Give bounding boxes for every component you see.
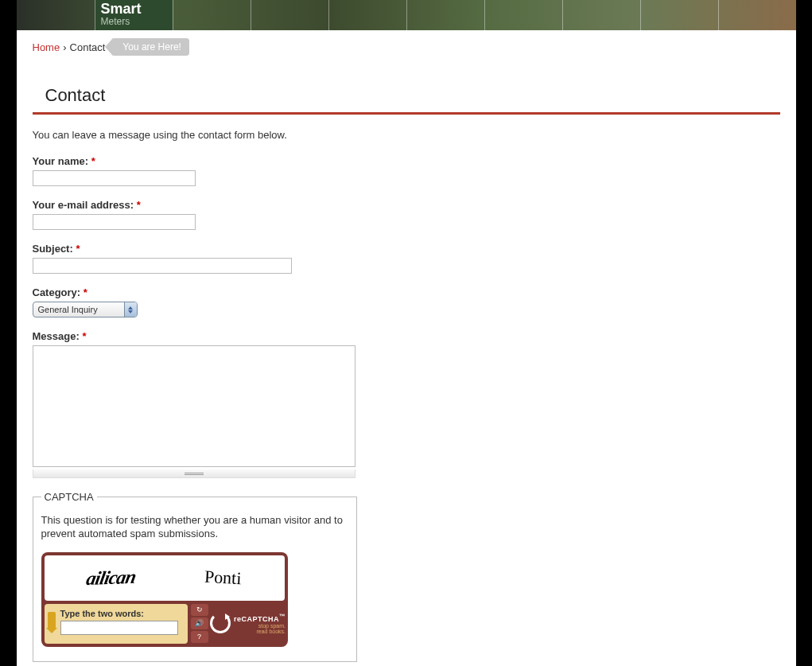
banner-title: Smart xyxy=(101,2,166,16)
recaptcha-reload-button[interactable]: ↻ xyxy=(191,604,208,616)
recaptcha-spinner-icon xyxy=(210,613,231,633)
banner-separator xyxy=(328,0,329,30)
required-mark: * xyxy=(76,243,80,255)
banner-separator xyxy=(173,0,173,30)
subject-input[interactable] xyxy=(33,258,292,274)
banner-separator xyxy=(640,0,641,30)
reload-icon: ↻ xyxy=(196,606,203,613)
banner-separator xyxy=(406,0,407,30)
audio-icon: 🔊 xyxy=(195,619,204,627)
header-banner: Smart Meters xyxy=(17,0,796,30)
intro-text: You can leave a message using the contac… xyxy=(33,129,780,141)
banner-subtitle: Meters xyxy=(101,16,166,27)
recaptcha-widget: ailican Ponti Type the two words: ↻ 🔊 ? xyxy=(41,552,288,647)
category-label: Category: * xyxy=(33,286,780,298)
captcha-word-2: Ponti xyxy=(204,567,243,589)
recaptcha-audio-button[interactable]: 🔊 xyxy=(191,617,208,629)
breadcrumb-you-are-here-badge: You are Here! xyxy=(111,38,189,56)
page-title: Contact xyxy=(33,80,780,115)
message-textarea[interactable] xyxy=(33,345,355,467)
banner-separator xyxy=(95,0,95,30)
required-mark: * xyxy=(82,330,86,342)
recaptcha-input-area: Type the two words: xyxy=(45,604,188,644)
recaptcha-response-input[interactable] xyxy=(60,621,178,635)
select-stepper-icon xyxy=(124,302,137,317)
subject-label: Subject: * xyxy=(33,243,780,255)
banner-separator xyxy=(562,0,563,30)
breadcrumb-separator: › xyxy=(63,41,66,53)
recaptcha-prompt: Type the two words: xyxy=(60,609,181,618)
nav-item-smart-meters[interactable]: Smart Meters xyxy=(95,0,173,30)
name-label: Your name: * xyxy=(33,155,780,167)
breadcrumb: Home › Contact You are Here! xyxy=(17,30,796,64)
required-mark: * xyxy=(84,286,87,298)
banner-separator xyxy=(484,0,485,30)
email-label: Your e-mail address: * xyxy=(33,199,780,211)
email-input[interactable] xyxy=(33,214,196,230)
recaptcha-help-button[interactable]: ? xyxy=(191,631,208,643)
breadcrumb-home-link[interactable]: Home xyxy=(33,41,60,53)
recaptcha-tagline: stop spam.read books. xyxy=(234,623,286,635)
message-label: Message: * xyxy=(33,330,780,342)
captcha-description: This question is for testing whether you… xyxy=(41,514,348,541)
name-input[interactable] xyxy=(33,170,196,186)
required-mark: * xyxy=(91,155,95,167)
required-mark: * xyxy=(137,199,141,211)
category-selected-value: General Inquiry xyxy=(33,305,124,314)
recaptcha-logo: reCAPTCHA™ stop spam.read books. xyxy=(212,604,285,644)
textarea-resize-handle[interactable] xyxy=(33,469,355,478)
help-icon: ? xyxy=(197,633,201,641)
captcha-fieldset: CAPTCHA This question is for testing whe… xyxy=(33,491,357,662)
recaptcha-challenge-image: ailican Ponti xyxy=(45,555,285,601)
banner-separator xyxy=(718,0,719,30)
breadcrumb-current: Contact xyxy=(70,41,106,53)
captcha-word-1: ailican xyxy=(85,567,138,590)
category-select[interactable]: General Inquiry xyxy=(33,302,138,317)
captcha-legend: CAPTCHA xyxy=(41,491,97,503)
banner-separator xyxy=(251,0,251,30)
